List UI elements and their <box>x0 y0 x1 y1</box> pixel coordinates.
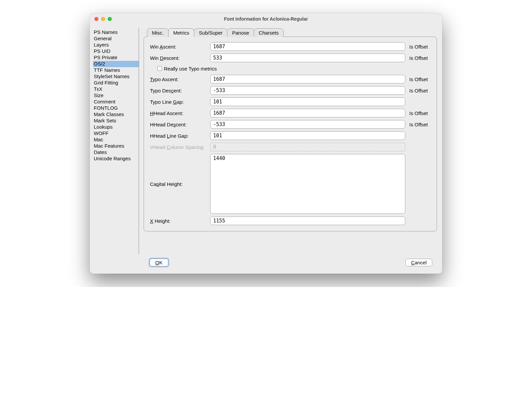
sidebar-item-os-2[interactable]: OS/2 <box>93 61 139 67</box>
is-offset-label[interactable]: Is Offset <box>407 110 431 116</box>
hhead-line-gap-input[interactable] <box>210 131 405 140</box>
minimize-icon[interactable] <box>101 17 105 21</box>
label-vhead-column-spacing: VHead Column Spacing: <box>150 144 208 150</box>
label-typo-descent: Typo Descent: <box>150 88 208 93</box>
win-descent-input[interactable] <box>210 54 405 62</box>
sidebar-item-mac[interactable]: Mac <box>93 137 139 143</box>
sidebar-item-lookups[interactable]: Lookups <box>93 124 139 130</box>
label-typo-line-gap: Typo Line Gap: <box>150 99 208 105</box>
sidebar-item-ps-uid[interactable]: PS UID <box>93 48 139 55</box>
label-typo-ascent: Typo Ascent: <box>150 76 208 82</box>
tab-panose[interactable]: Panose <box>227 28 254 37</box>
cancel-button[interactable]: CancelCancel <box>405 259 432 266</box>
is-offset-label[interactable]: Is Offset <box>407 44 431 50</box>
is-offset-label[interactable]: Is Offset <box>407 55 431 61</box>
close-icon[interactable] <box>94 17 98 21</box>
tab-metrics[interactable]: Metrics <box>168 28 194 37</box>
label-hhead-ascent: HHead Ascent: <box>150 110 208 116</box>
label-win-descent: Win Descent: <box>150 55 208 61</box>
sidebar-item-mac-features[interactable]: Mac Features <box>93 143 139 149</box>
vhead-column-spacing-input <box>210 143 405 151</box>
sidebar-item-ttf-names[interactable]: TTF Names <box>93 67 139 73</box>
tab-charsets[interactable]: Charsets <box>254 28 284 37</box>
typo-line-gap-input[interactable] <box>210 97 405 106</box>
tab-sub-super[interactable]: Sub/Super <box>194 28 227 37</box>
sidebar-item-fontlog[interactable]: FONTLOG <box>93 105 139 111</box>
is-offset-label[interactable]: Is Offset <box>407 122 431 127</box>
tab-misc-[interactable]: Misc. <box>147 28 169 37</box>
sidebar-item-grid-fitting[interactable]: Grid Fitting <box>93 80 139 86</box>
sidebar-item-unicode-ranges[interactable]: Unicode Ranges <box>93 156 139 162</box>
really-use-typo-label: Really use Typo metrics <box>164 66 217 71</box>
capital-height-input[interactable]: 1440 <box>210 154 405 214</box>
is-offset-label[interactable]: Is Offset <box>407 76 431 82</box>
label-capital-height: Capital Height: <box>150 181 208 187</box>
sidebar-item-woff[interactable]: WOFF <box>93 130 139 137</box>
sidebar-item-size[interactable]: Size <box>93 92 139 99</box>
typo-ascent-input[interactable] <box>210 75 405 83</box>
is-offset-label[interactable]: Is Offset <box>407 88 431 93</box>
label-win-ascent: Win Ascent: <box>150 44 208 50</box>
win-ascent-input[interactable] <box>210 42 405 51</box>
category-sidebar: PS NamesGeneralLayersPS UIDPS PrivateOS/… <box>93 28 139 254</box>
label-hhead-line-gap: HHead Line Gap: <box>150 133 208 139</box>
typo-descent-input[interactable] <box>210 86 405 95</box>
sidebar-item-ps-names[interactable]: PS Names <box>93 29 139 36</box>
hhead-ascent-input[interactable] <box>210 109 405 117</box>
sidebar-item-styleset-names[interactable]: StyleSet Names <box>93 73 139 80</box>
tab-bar: Misc.MetricsSub/SuperPanoseCharsets <box>147 28 437 37</box>
zoom-icon[interactable] <box>108 17 112 21</box>
sidebar-item-ps-private[interactable]: PS Private <box>93 55 139 61</box>
window-title: Font Information for Aclonica-Regular <box>90 16 442 22</box>
sidebar-item-general[interactable]: General <box>93 36 139 42</box>
sidebar-item-dates[interactable]: Dates <box>93 149 139 156</box>
sidebar-item-layers[interactable]: Layers <box>93 42 139 48</box>
window-controls <box>90 17 112 21</box>
ok-button[interactable]: OOKK <box>150 259 168 266</box>
sidebar-item-mark-sets[interactable]: Mark Sets <box>93 118 139 124</box>
sidebar-item-mark-classes[interactable]: Mark Classes <box>93 111 139 118</box>
sidebar-item-t-x[interactable]: TεX <box>93 86 139 92</box>
hhead-descent-input[interactable] <box>210 120 405 129</box>
x-height-input[interactable] <box>210 216 405 225</box>
label-x-height: X Height: <box>150 218 208 224</box>
checkbox-icon <box>157 66 162 71</box>
font-info-window: Font Information for Aclonica-Regular PS… <box>90 13 442 274</box>
titlebar: Font Information for Aclonica-Regular <box>90 13 442 25</box>
really-use-typo-checkbox[interactable]: Really use Typo metrics <box>150 65 217 72</box>
label-hhead-descent: HHead Descent: <box>150 122 208 127</box>
metrics-pane: Win Ascent: Is Offset Win Descent: Is Of… <box>144 37 437 231</box>
sidebar-item-comment[interactable]: Comment <box>93 99 139 105</box>
